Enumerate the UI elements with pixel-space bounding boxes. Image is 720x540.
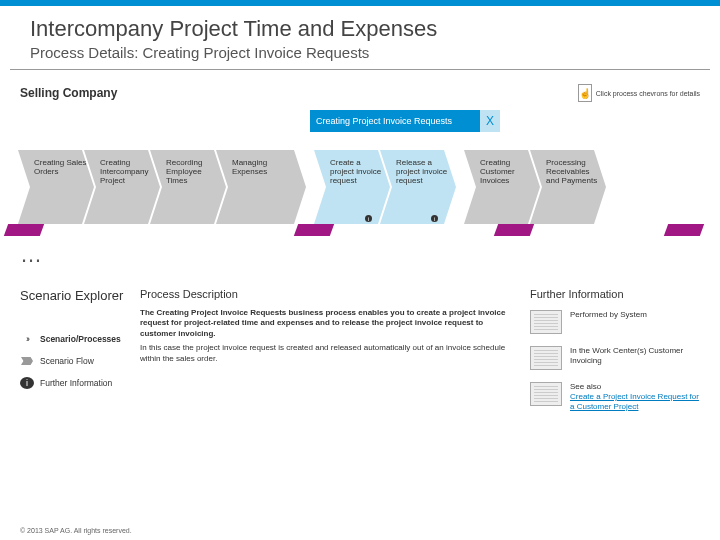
- thumbnail-icon: [530, 310, 562, 334]
- process-chevron[interactable]: Creating Customer Invoices: [464, 150, 540, 224]
- process-chevron[interactable]: Managing Expenses: [216, 150, 306, 224]
- thumbnail-icon: [530, 382, 562, 406]
- process-description: Process Description The Creating Project…: [140, 288, 530, 424]
- accent-shape: [494, 224, 534, 236]
- info-icon[interactable]: i: [431, 215, 438, 222]
- pointer-icon: ☝: [578, 84, 592, 102]
- desc-para: In this case the project invoice request…: [140, 343, 518, 364]
- page-subtitle: Process Details: Creating Project Invoic…: [30, 44, 690, 61]
- process-chevron[interactable]: Recording Employee Times: [150, 150, 226, 224]
- subheader: Selling Company ☝ Click process chevrons…: [0, 70, 720, 106]
- info-text: In the Work Center(s) Customer Invoicing: [570, 346, 700, 366]
- chevron-label: Creating Intercompany Project: [100, 158, 154, 186]
- process-chevron[interactable]: Creating Intercompany Project: [84, 150, 160, 224]
- info-text: See also Create a Project Invoice Reques…: [570, 382, 700, 412]
- page-title: Intercompany Project Time and Expenses: [30, 16, 690, 42]
- process-chevron[interactable]: Creating Sales Orders: [18, 150, 94, 224]
- desc-heading: Process Description: [140, 288, 518, 300]
- copyright-footer: © 2013 SAP AG. All rights reserved.: [20, 527, 132, 534]
- sidebar-heading: Scenario Explorer: [20, 288, 140, 303]
- chevron-label: Processing Receivables and Payments: [546, 158, 600, 186]
- info-row: In the Work Center(s) Customer Invoicing: [530, 346, 700, 370]
- accent-row: [0, 224, 720, 238]
- chevron-label: Release a project invoice request: [396, 158, 450, 186]
- flow-icon: [20, 355, 34, 367]
- hint-text: Click process chevrons for details: [596, 90, 700, 97]
- chevron-label: Recording Employee Times: [166, 158, 220, 186]
- close-button[interactable]: X: [480, 110, 500, 132]
- process-flow: Creating Project Invoice Requests X Crea…: [0, 110, 720, 250]
- info-icon[interactable]: i: [365, 215, 372, 222]
- lower-section: Scenario Explorer ››Scenario/ProcessesSc…: [0, 268, 720, 424]
- info-icon: i: [20, 377, 34, 389]
- chevron-label: Creating Customer Invoices: [480, 158, 534, 186]
- accent-shape: [4, 224, 44, 236]
- process-chevron[interactable]: Processing Receivables and Payments: [530, 150, 606, 224]
- chevron-label: Creating Sales Orders: [34, 158, 88, 176]
- sidebar-item-label: Scenario Flow: [40, 356, 94, 366]
- accent-shape: [664, 224, 704, 236]
- process-chevron[interactable]: Create a project invoice requesti: [314, 150, 390, 224]
- info-row: See also Create a Project Invoice Reques…: [530, 382, 700, 412]
- highlight-tab: Creating Project Invoice Requests: [310, 110, 480, 132]
- page-header: Intercompany Project Time and Expenses P…: [10, 6, 710, 70]
- legend-hint: ☝ Click process chevrons for details: [578, 84, 700, 102]
- company-label: Selling Company: [20, 86, 117, 100]
- sidebar-item[interactable]: Scenario Flow: [20, 355, 140, 367]
- accent-shape: [294, 224, 334, 236]
- info-row: Performed by System: [530, 310, 700, 334]
- info-text: Performed by System: [570, 310, 647, 320]
- desc-para: The Creating Project Invoice Requests bu…: [140, 308, 518, 339]
- further-info: Further Information Performed by SystemI…: [530, 288, 700, 424]
- info-link[interactable]: Create a Project Invoice Request for a C…: [570, 392, 699, 411]
- sidebar-item-label: Further Information: [40, 378, 112, 388]
- sidebar-item[interactable]: ››Scenario/Processes: [20, 333, 140, 345]
- sidebar-item[interactable]: iFurther Information: [20, 377, 140, 389]
- chevron-label: Create a project invoice request: [330, 158, 384, 186]
- further-info-heading: Further Information: [530, 288, 700, 300]
- thumbnail-icon: [530, 346, 562, 370]
- sidebar-item-label: Scenario/Processes: [40, 334, 121, 344]
- chevrons-icon: ››: [20, 333, 34, 345]
- chevron-label: Managing Expenses: [232, 158, 300, 176]
- process-chevron[interactable]: Release a project invoice requesti: [380, 150, 456, 224]
- scenario-explorer: Scenario Explorer ››Scenario/ProcessesSc…: [20, 288, 140, 424]
